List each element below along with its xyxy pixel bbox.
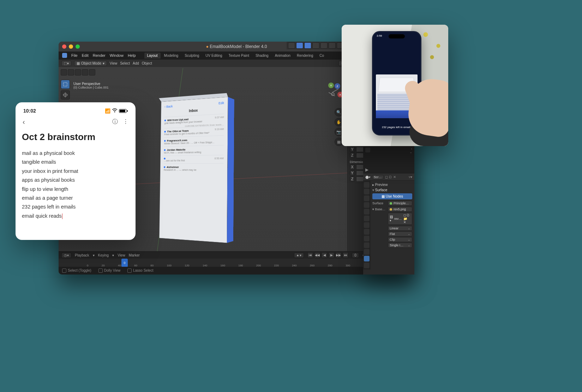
gizmo-z-icon[interactable]: Z	[335, 83, 340, 89]
mail-item: 8:50 AM…see out for the first	[164, 155, 224, 164]
menu-help[interactable]: Help	[128, 53, 136, 58]
preview-section[interactable]: ▸ Preview	[372, 183, 412, 187]
select-intersect-icon[interactable]	[82, 69, 88, 76]
tab-modeling[interactable]: Modeling	[161, 53, 181, 59]
image-node-icon	[390, 208, 392, 211]
note-line: your inbox in print format	[22, 167, 129, 176]
box-select-tool-icon[interactable]	[61, 80, 70, 89]
menu-window[interactable]: Window	[110, 53, 124, 58]
menu-edit[interactable]: Edit	[82, 53, 89, 58]
texture-tab-icon[interactable]	[364, 263, 370, 268]
select-extend-icon[interactable]	[68, 69, 74, 76]
base-color-dropdown[interactable]: rev5.png	[388, 207, 412, 212]
use-nodes-button[interactable]: ▦ Use Nodes	[372, 193, 412, 199]
mouse-icon	[98, 269, 103, 273]
timeline-keying[interactable]: Keying	[98, 253, 109, 257]
particles-tab-icon[interactable]	[364, 229, 370, 235]
matpreview-shade-icon[interactable]	[329, 42, 336, 49]
material-tab-icon[interactable]	[364, 256, 370, 261]
tab-layout[interactable]: Layout	[144, 53, 161, 59]
mode-dropdown[interactable]: ▦ Object Mode ▾	[74, 61, 107, 66]
mail-edit-link[interactable]: Edit	[218, 101, 224, 105]
projection-dropdown[interactable]: Flat	[388, 231, 412, 236]
menu-render[interactable]: Render	[93, 53, 106, 58]
solid-shade-icon[interactable]	[320, 42, 328, 49]
prev-key-icon[interactable]: ◀◀	[314, 252, 320, 258]
playhead[interactable]: 0	[121, 259, 128, 267]
tab-animation[interactable]: Animation	[272, 53, 293, 59]
menu-file[interactable]: File	[71, 53, 78, 58]
source-dropdown[interactable]: Single I…	[388, 243, 412, 248]
more-icon[interactable]: ⋮	[123, 118, 128, 126]
current-frame-field[interactable]: 0	[352, 253, 359, 258]
data-tab-icon[interactable]	[364, 249, 370, 255]
constraints-tab-icon[interactable]	[364, 242, 370, 248]
timeline-ruler[interactable]: 0204060801001201401601802002202402602803…	[59, 259, 414, 267]
tab-uvediting[interactable]: UV Editing	[203, 53, 225, 59]
select-invert-icon[interactable]	[89, 69, 95, 76]
header-select[interactable]: Select	[120, 61, 130, 65]
play-preview-icon[interactable]: ▶	[365, 167, 368, 172]
editor-type-dropdown[interactable]: ⬚▾	[61, 61, 71, 66]
extension-dropdown[interactable]: Clip	[388, 237, 412, 242]
nav-gizmo[interactable]: Y Z X	[322, 83, 343, 104]
chevron-left-icon[interactable]: ‹	[411, 147, 412, 151]
cursor-tool-icon[interactable]	[61, 90, 70, 99]
workspace-tabs: Layout Modeling Sculpting UV Editing Tex…	[144, 53, 327, 59]
tab-shading[interactable]: Shading	[253, 53, 271, 59]
surface-shader-dropdown[interactable]: Principle…	[388, 201, 412, 206]
object-tab-icon[interactable]	[364, 216, 370, 221]
next-key-icon[interactable]: ▶▶	[336, 252, 341, 258]
play-icon[interactable]: ▶	[329, 252, 334, 258]
header-view[interactable]: View	[110, 61, 118, 65]
gizmo-y-icon[interactable]: Y	[328, 83, 334, 88]
gizmo-toggle-icon[interactable]	[288, 42, 295, 49]
tab-sculpting[interactable]: Sculpting	[182, 53, 202, 59]
timeline: ◷▾ Playback▾ Keying▾ View Marker ● ▾ ⏮ ◀…	[59, 251, 414, 267]
playback-controls: ⏮ ◀◀ ◀ ▶ ▶▶ ⏭	[307, 252, 348, 258]
modifiers-tab-icon[interactable]	[364, 222, 370, 228]
timeline-editor-dropdown[interactable]: ◷▾	[61, 253, 71, 258]
surface-section[interactable]: Surface	[372, 188, 412, 192]
back-button[interactable]: ‹	[23, 118, 25, 126]
mail-item: Jordan MakelleWi-Fi, free — smart freela…	[164, 145, 223, 156]
info-icon[interactable]: ⓘ	[112, 118, 118, 126]
overlay-toggle-icon[interactable]	[296, 42, 303, 49]
jump-end-icon[interactable]: ⏭	[343, 252, 348, 258]
header-add[interactable]: Add	[133, 61, 139, 65]
xray-icon[interactable]	[304, 42, 311, 49]
properties-panel: ☑ Page texture ‹ ⌃ ▶ ⬤▾Scr…◻ 🗋 ✕▿▾ ▸ Pre…	[363, 140, 414, 275]
autokey-icon[interactable]: ● ▾	[294, 253, 304, 258]
image-selector[interactable]: 🖼▾ rev… ◻ 🗋 📁 ✕	[388, 213, 412, 225]
timeline-view[interactable]: View	[118, 253, 125, 257]
mouse-icon	[62, 269, 66, 273]
mail-back-link[interactable]: ‹ Back	[164, 104, 173, 108]
world-tab-icon[interactable]	[364, 209, 370, 215]
chevron-up-icon[interactable]: ⌃	[409, 152, 412, 156]
mail-item: FragranceX.comWinter Blowout: Save 20 - …	[164, 135, 224, 146]
tab-texturepaint[interactable]: Texture Paint	[226, 53, 252, 59]
material-selector[interactable]: ⬤▾Scr…◻ 🗋 ✕▿▾	[363, 174, 414, 181]
physics-tab-icon[interactable]	[364, 236, 370, 241]
play-rev-icon[interactable]: ◀	[322, 252, 327, 258]
wire-shade-icon[interactable]	[312, 42, 319, 49]
render-tab-icon[interactable]	[364, 182, 370, 188]
tab-rendering[interactable]: Rendering	[294, 53, 316, 59]
book-object[interactable]: ‹ BackEdit Inbox 9:37 AMWill from UpLead…	[157, 99, 228, 240]
jump-start-icon[interactable]: ⏮	[307, 252, 313, 258]
output-tab-icon[interactable]	[364, 189, 370, 194]
select-subtract-icon[interactable]	[75, 69, 81, 76]
note-body[interactable]: mail as a physical book tangible emails …	[22, 149, 129, 221]
tab-compositing[interactable]: Co	[317, 53, 327, 59]
header-object[interactable]: Object	[142, 61, 152, 65]
blender-logo-icon[interactable]	[62, 53, 67, 58]
select-set-icon[interactable]	[61, 69, 67, 76]
viewlayer-tab-icon[interactable]	[364, 195, 370, 201]
render-preview-icon[interactable]	[365, 147, 370, 152]
scene-tab-icon[interactable]	[364, 202, 370, 208]
svg-rect-0	[64, 83, 67, 86]
timeline-playback[interactable]: Playback	[75, 253, 89, 257]
interpolation-dropdown[interactable]: Linear	[388, 226, 412, 231]
note-line: email quick reads	[22, 212, 129, 221]
timeline-marker[interactable]: Marker	[129, 253, 140, 257]
